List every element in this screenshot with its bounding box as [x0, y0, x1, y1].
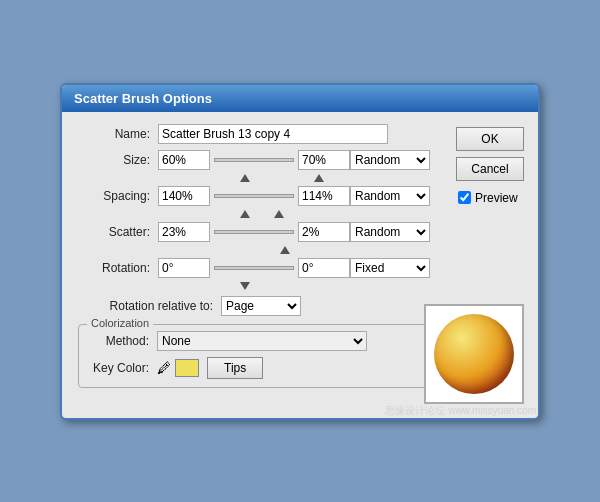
cancel-button[interactable]: Cancel: [456, 157, 524, 181]
scatter-min-input[interactable]: [158, 222, 210, 242]
preview-label: Preview: [475, 191, 518, 205]
preview-check-row: Preview: [458, 191, 524, 205]
dialog-title: Scatter Brush Options: [62, 85, 538, 112]
rotation-triangle: [240, 282, 250, 290]
spacing-method-select[interactable]: Random Fixed Pressure: [350, 186, 430, 206]
size-triangle-left: [240, 174, 250, 182]
rotation-min-input[interactable]: [158, 258, 210, 278]
rotation-row: Rotation: Fixed Random Pressure: [78, 258, 522, 278]
spacing-min-input[interactable]: [158, 186, 210, 206]
method-label: Method:: [89, 334, 149, 348]
spacing-triangle-right: [274, 210, 284, 218]
spacing-max-input[interactable]: [298, 186, 350, 206]
rotation-max-input[interactable]: [298, 258, 350, 278]
rotation-method-select[interactable]: Fixed Random Pressure: [350, 258, 430, 278]
scatter-slider-indicators: [278, 246, 522, 254]
scatter-label: Scatter:: [78, 225, 150, 239]
scatter-brush-options-dialog: Scatter Brush Options Name: Size: Random…: [60, 83, 540, 420]
size-method-select[interactable]: Random Fixed Pressure: [350, 150, 430, 170]
spacing-label: Spacing:: [78, 189, 150, 203]
spacing-triangle-left: [240, 210, 250, 218]
size-slider[interactable]: [214, 158, 294, 162]
brush-preview-ball: [434, 314, 514, 394]
eyedropper-icon[interactable]: 🖉: [157, 360, 171, 376]
side-buttons: OK Cancel Preview: [456, 127, 524, 205]
name-label: Name:: [78, 127, 150, 141]
ok-button[interactable]: OK: [456, 127, 524, 151]
tips-button[interactable]: Tips: [207, 357, 263, 379]
rotation-relative-label: Rotation relative to:: [78, 299, 213, 313]
size-triangle-right: [314, 174, 324, 182]
rotation-slider-indicators: [240, 282, 522, 290]
scatter-triangle: [280, 246, 290, 254]
key-color-label: Key Color:: [89, 361, 149, 375]
colorization-label: Colorization: [87, 317, 153, 329]
scatter-max-input[interactable]: [298, 222, 350, 242]
size-label: Size:: [78, 153, 150, 167]
key-color-swatch[interactable]: [175, 359, 199, 377]
preview-area: [424, 304, 524, 404]
scatter-method-select[interactable]: Random Fixed Pressure: [350, 222, 430, 242]
name-input[interactable]: [158, 124, 388, 144]
watermark: 思缘设计论坛 www.missyuan.com: [385, 404, 536, 418]
size-max-input[interactable]: [298, 150, 350, 170]
size-min-input[interactable]: [158, 150, 210, 170]
spacing-slider-indicators: [238, 210, 522, 218]
scatter-slider[interactable]: [214, 230, 294, 234]
colorization-method-select[interactable]: None Tints Tints and Shades Hue Shift: [157, 331, 367, 351]
rotation-slider[interactable]: [214, 266, 294, 270]
rotation-label: Rotation:: [78, 261, 150, 275]
spacing-slider[interactable]: [214, 194, 294, 198]
rotation-relative-select[interactable]: Page Path: [221, 296, 301, 316]
scatter-row: Scatter: Random Fixed Pressure: [78, 222, 522, 242]
preview-checkbox[interactable]: [458, 191, 471, 204]
